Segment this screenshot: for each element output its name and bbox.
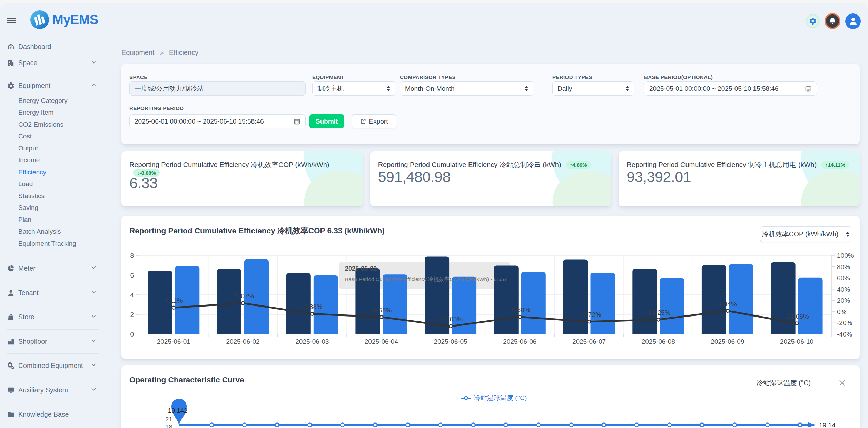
bar-base-2025-06-08[interactable] [632, 269, 657, 334]
menu-toggle-icon[interactable] [7, 18, 16, 23]
sidebar-item-equipment[interactable]: Equipment [7, 77, 99, 95]
reporting-period-input[interactable]: 2025-06-01 00:00:00 ~ 2025-06-10 15:58:4… [129, 114, 306, 128]
sidebar-item-meter[interactable]: Meter [7, 256, 99, 281]
sidebar-item-auxiliary-system[interactable]: Auxiliary System [7, 378, 99, 402]
curve-marker [438, 423, 442, 427]
chevron-down-icon [91, 264, 97, 272]
sidebar-item-energy-category[interactable]: Energy Category [7, 95, 99, 107]
change-rate-label: 1.44% [718, 300, 737, 308]
sidebar-item-equipment-tracking[interactable]: Equipment Tracking [7, 238, 99, 250]
building-icon [7, 59, 15, 67]
bar-reporting-2025-06-07[interactable] [591, 273, 615, 334]
comparison-types-label: COMPARISON TYPES [400, 74, 456, 80]
gauge-icon [7, 43, 15, 51]
kpi-cards-row: Reporting Period Cumulative Efficiency 冷… [121, 151, 860, 206]
sidebar-item-knowledge-base[interactable]: Knowledge Base [7, 402, 99, 427]
curve-marker [766, 423, 769, 427]
svg-text:6: 6 [130, 272, 134, 279]
select-caret-icon [846, 232, 849, 237]
x-axis-label: 2025-06-07 [572, 338, 606, 345]
svg-text:0%: 0% [837, 308, 847, 315]
change-rate-label: -9.30% [510, 306, 530, 313]
sidebar-item-efficiency[interactable]: Efficiency [7, 166, 99, 178]
monitor-icon [7, 386, 15, 394]
comparison-types-select[interactable]: Month-On-Month [400, 81, 533, 96]
breadcrumb-current: Efficiency [169, 49, 198, 56]
space-input[interactable]: 一度城/公用动力/制冷站 [129, 81, 306, 96]
bar-base-2025-06-07[interactable] [563, 259, 588, 334]
select-caret-icon [625, 86, 629, 91]
sidebar-item-shopfloor[interactable]: Shopfloor [7, 330, 99, 354]
sidebar-item-space[interactable]: Space [7, 55, 99, 71]
sidebar-item-load[interactable]: Load [7, 178, 99, 190]
submit-button[interactable]: Submit [309, 114, 344, 128]
x-axis-label: 2025-06-06 [503, 338, 536, 345]
curve-marker [210, 423, 214, 427]
brand-logo[interactable]: MyEMS [30, 10, 98, 29]
curve-chart: 19.142211819.14 [121, 365, 860, 428]
sidebar-item-dashboard[interactable]: Dashboard [7, 39, 99, 55]
period-types-select[interactable]: Daily [552, 81, 634, 96]
sidebar-item-saving[interactable]: Saving [7, 202, 99, 214]
tooltip-date: 2025-05-02 [345, 265, 510, 272]
period-types-label: PERIOD TYPES [552, 74, 592, 80]
bar-reporting-2025-06-09[interactable] [729, 264, 753, 334]
svg-text:-20%: -20% [837, 319, 852, 327]
sidebar-item-combined-equipment[interactable]: Combined Equipment [7, 354, 99, 378]
x-axis-label: 2025-06-03 [295, 338, 329, 345]
x-axis-label: 2025-06-09 [711, 338, 744, 345]
svg-text:60%: 60% [837, 274, 850, 282]
curve-marker [308, 423, 312, 427]
x-axis-label: 2025-06-05 [434, 338, 467, 345]
select-caret-icon [387, 86, 390, 91]
person-icon [7, 289, 15, 297]
change-rate-label: -14.25% [646, 309, 671, 316]
bar-base-2025-06-09[interactable] [702, 265, 726, 334]
sidebar-item-cost[interactable]: Cost [7, 130, 99, 143]
y-axis-label: 18 [165, 423, 172, 428]
myems-logo-icon [30, 10, 49, 29]
sidebar-item-energy-item[interactable]: Energy Item [7, 107, 99, 119]
space-label: SPACE [129, 74, 148, 80]
sidebar-item-tenant[interactable]: Tenant [7, 281, 99, 305]
kpi-value: 6.33 [129, 175, 363, 192]
bar-base-2025-06-02[interactable] [217, 269, 241, 334]
change-rate-label: 15.07% [232, 292, 254, 300]
sidebar-item-co2-emissions[interactable]: CO2 Emissions [7, 119, 99, 131]
gear-icon [7, 82, 15, 90]
sidebar-divider [7, 427, 99, 427]
curve-marker [733, 423, 737, 427]
breadcrumb-separator: » [160, 49, 164, 56]
curve-marker [341, 423, 344, 427]
kpi-title: Reporting Period Cumulative Efficiency 制… [627, 160, 860, 169]
curve-marker [602, 423, 606, 427]
bar-reporting-2025-06-10[interactable] [798, 278, 823, 334]
curve-marker [243, 423, 246, 427]
base-period-input[interactable]: 2025-05-01 00:00:00 ~ 2025-05-10 15:58:4… [644, 81, 817, 96]
bar-chart-metric-select[interactable]: 冷机效率COP (kWh/kWh) [760, 226, 851, 242]
curve-marker [275, 423, 279, 427]
line-marker [795, 322, 798, 325]
chevron-down-icon [91, 386, 97, 394]
sidebar-item-statistics[interactable]: Statistics [7, 190, 99, 202]
bar-reporting-2025-06-06[interactable] [521, 272, 546, 334]
equipment-select[interactable]: 制冷主机 [312, 81, 395, 96]
breadcrumb-parent[interactable]: Equipment [121, 49, 155, 56]
sidebar-item-batch-analysis[interactable]: Batch Analysis [7, 226, 99, 238]
curve-chart-card: Operating Characteristic Curve 冷站湿球温度 (°… [121, 365, 860, 428]
change-rate-label: -21.05% [785, 313, 809, 320]
change-rate-label: -17.72% [577, 311, 601, 318]
change-rate-label: 7.11% [165, 297, 183, 304]
export-button[interactable]: Export [352, 114, 396, 128]
sidebar-item-store[interactable]: Store [7, 305, 99, 329]
export-icon [360, 118, 366, 124]
sidebar-item-output[interactable]: Output [7, 143, 99, 155]
curve-marker [537, 423, 541, 427]
chevron-down-icon [91, 338, 97, 346]
sidebar-item-income[interactable]: Income [7, 154, 99, 166]
sidebar-item-plan[interactable]: Plan [7, 214, 99, 226]
curve-marker [406, 423, 410, 427]
bar-reporting-2025-06-08[interactable] [660, 278, 684, 334]
change-rate-label: -3.88% [302, 303, 323, 310]
line-marker [588, 320, 591, 323]
